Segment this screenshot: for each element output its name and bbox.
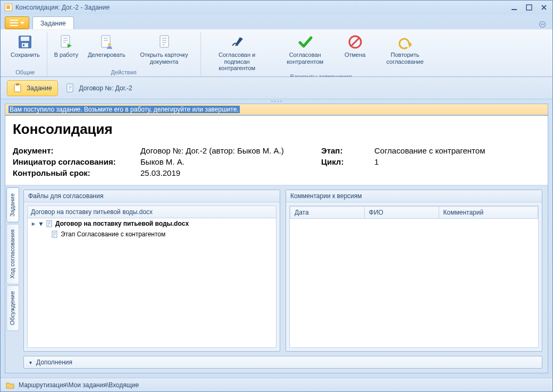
tree-child-label: Этап Согласование с контрагентом (61, 231, 165, 238)
titlebar: Консолидация: Дог.-2 - Задание (1, 1, 552, 14)
to-work-button[interactable]: В работу (51, 32, 82, 66)
open-card-label: Открыть карточку документа (135, 52, 194, 65)
svg-marker-14 (409, 41, 412, 48)
panel-stack: Файлы для согласования Договор на постав… (20, 185, 548, 373)
cancel-label: Отмена (345, 52, 365, 58)
ribbon-collapse-button[interactable] (538, 20, 547, 29)
files-panel-body: Договор на поставку питьевой воды.docx ▸… (27, 206, 276, 348)
chip-bar: Задание Договор №: Дог.-2 (1, 77, 552, 99)
ribbon-group-completion: Согласован и подписан контрагентом Согла… (201, 32, 441, 76)
document-fields: Документ: Договор №: Дог.-2 (автор: Быко… (13, 146, 540, 177)
field-stage-value: Согласование с контрагентом (374, 146, 540, 155)
files-panel: Файлы для согласования Договор на постав… (23, 190, 280, 352)
page-title: Консолидация (13, 121, 540, 138)
svg-rect-16 (16, 83, 19, 86)
comments-panel: Комментарии к версиям Дата ФИО Комментар… (286, 190, 542, 352)
ribbon-area: Задание Сохранить Общие (1, 14, 552, 77)
svg-rect-6 (23, 44, 24, 46)
agreed-button[interactable]: Согласован контрагентом (272, 32, 338, 73)
dropdown-arrow-icon (20, 22, 24, 24)
vtab-flow[interactable]: Ход согласования (6, 224, 19, 284)
tree-node-child[interactable]: Этап Согласование с контрагентом (28, 229, 276, 240)
cancel-icon (347, 33, 364, 50)
extras-label: Дополнения (36, 359, 72, 366)
signed-label: Согласован и подписан контрагентом (208, 52, 266, 72)
col-date[interactable]: Дата (290, 207, 365, 219)
ribbon-tab-task[interactable]: Задание (32, 16, 74, 29)
document-play-icon (57, 33, 74, 50)
file-icon (46, 220, 53, 227)
undo-icon (397, 33, 414, 50)
app-icon (5, 4, 12, 11)
collapse-toggle[interactable]: ▾ (38, 220, 44, 227)
delegate-button[interactable]: Делегировать (84, 32, 129, 66)
maximize-button[interactable] (524, 3, 534, 12)
chip-document-label: Договор №: Дог.-2 (79, 84, 132, 92)
clipboard-icon (13, 83, 22, 93)
chevron-down-icon: ▾ (29, 360, 32, 365)
ribbon-tab-label: Задание (40, 20, 66, 27)
files-tree: Договор на поставку питьевой воды.docx ▸… (28, 206, 276, 240)
open-card-button[interactable]: Открыть карточку документа (131, 32, 197, 66)
files-tree-header: Договор на поставку питьевой воды.docx (28, 206, 276, 218)
save-label: Сохранить (11, 52, 40, 58)
svg-rect-0 (512, 9, 517, 10)
delegate-label: Делегировать (88, 52, 125, 58)
field-deadline-label: Контрольный срок: (13, 168, 135, 177)
folder-icon (6, 381, 14, 389)
status-path: Маршрутизация\Мои задания\Входящие (19, 381, 139, 389)
chip-document[interactable]: Договор №: Дог.-2 (65, 83, 132, 93)
group-common-label: Общие (15, 69, 35, 75)
col-fio[interactable]: ФИО (364, 207, 439, 219)
ribbon-tabs: Задание (1, 14, 552, 29)
field-document-value: Договор №: Дог.-2 (автор: Быков М. А.) (140, 146, 316, 155)
files-panel-title: Файлы для согласования (24, 190, 280, 202)
check-icon (297, 33, 314, 50)
repeat-button[interactable]: Повторить согласование (372, 32, 438, 73)
svg-point-10 (108, 43, 111, 46)
field-cycle-value: 1 (374, 157, 540, 166)
file-icon (51, 231, 58, 238)
agreed-label: Согласован контрагентом (276, 52, 334, 65)
tree-node-label: Договор на поставку питьевой воды.docx (55, 220, 189, 227)
vtab-task[interactable]: Задание (6, 188, 19, 223)
extras-collapsible[interactable]: ▾ Дополнения (23, 356, 542, 369)
chip-task-label: Задание (27, 84, 52, 92)
field-initiator-value: Быков М. А. (140, 157, 316, 166)
window-title: Консолидация: Дог.-2 - Задание (15, 4, 110, 11)
comments-panel-title: Комментарии к версиям (286, 190, 542, 202)
svg-rect-4 (21, 37, 29, 41)
document-header: Консолидация Документ: Договор №: Дог.-2… (5, 116, 548, 185)
info-banner: Вам поступило задание. Возьмите его в ра… (5, 104, 548, 115)
comments-panel-body: Дата ФИО Комментарий (289, 206, 539, 348)
vertical-tabs: Задание Ход согласования Обсуждение (5, 185, 20, 373)
field-document-label: Документ: (13, 146, 135, 155)
chip-task[interactable]: Задание (7, 80, 58, 96)
comments-table: Дата ФИО Комментарий (290, 206, 538, 219)
svg-point-2 (540, 22, 546, 28)
signed-button[interactable]: Согласован и подписан контрагентом (204, 32, 270, 73)
app-menu-button[interactable] (5, 16, 29, 29)
hamburger-icon (10, 20, 18, 26)
field-deadline-value: 25.03.2019 (140, 168, 316, 177)
vtab-discussion[interactable]: Обсуждение (6, 285, 19, 331)
tree-node-root[interactable]: ▸ ▾ Договор на поставку питьевой воды.do… (28, 218, 276, 229)
ribbon: Сохранить Общие В работу (1, 29, 552, 77)
cancel-button[interactable]: Отмена (340, 32, 370, 73)
window-controls (509, 3, 549, 12)
col-comment[interactable]: Комментарий (439, 207, 538, 219)
signature-icon (229, 33, 246, 50)
ribbon-group-actions: В работу Делегировать Открыть карточку д… (47, 32, 201, 76)
table-header-row: Дата ФИО Комментарий (290, 207, 538, 219)
minimize-button[interactable] (509, 3, 520, 12)
save-button[interactable]: Сохранить (7, 32, 44, 60)
svg-rect-11 (160, 36, 169, 47)
splitter-handle[interactable]: • • • • (1, 99, 552, 104)
group-actions-label: Действия (111, 69, 137, 75)
info-banner-text: Вам поступило задание. Возьмите его в ра… (9, 106, 240, 113)
document-small-icon (65, 83, 75, 93)
save-icon (16, 33, 33, 50)
close-button[interactable] (539, 3, 549, 12)
status-bar: Маршрутизация\Мои задания\Входящие (1, 378, 552, 391)
document-area: Консолидация Документ: Договор №: Дог.-2… (5, 115, 548, 373)
